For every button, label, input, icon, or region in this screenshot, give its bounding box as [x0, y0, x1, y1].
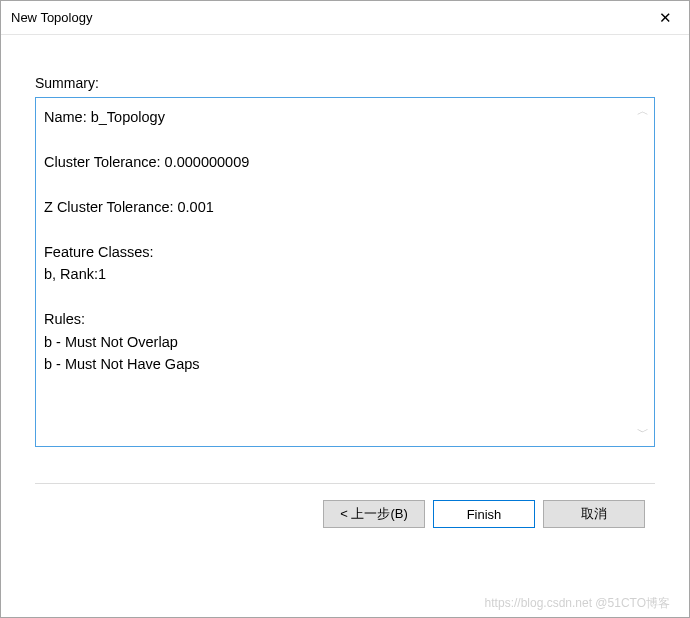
scroll-up-icon: ︿	[636, 102, 650, 121]
summary-label: Summary:	[35, 75, 655, 91]
summary-line-rules-header: Rules:	[44, 308, 642, 330]
close-icon: ✕	[659, 9, 672, 27]
summary-line-name: Name: b_Topology	[44, 106, 642, 128]
content-area: Summary: ︿ Name: b_Topology Cluster Tole…	[1, 35, 689, 617]
summary-line-rule-1: b - Must Not Overlap	[44, 331, 642, 353]
titlebar: New Topology ✕	[1, 1, 689, 35]
summary-line-feature-classes-header: Feature Classes:	[44, 241, 642, 263]
summary-line-z-cluster-tolerance: Z Cluster Tolerance: 0.001	[44, 196, 642, 218]
summary-line-feature-classes-item: b, Rank:1	[44, 263, 642, 285]
scroll-down-icon: ﹀	[636, 423, 650, 442]
finish-button[interactable]: Finish	[433, 500, 535, 528]
button-bar: < 上一步(B) Finish 取消	[35, 484, 655, 528]
back-button[interactable]: < 上一步(B)	[323, 500, 425, 528]
close-button[interactable]: ✕	[641, 1, 689, 34]
summary-textbox[interactable]: ︿ Name: b_Topology Cluster Tolerance: 0.…	[35, 97, 655, 447]
summary-line-cluster-tolerance: Cluster Tolerance: 0.000000009	[44, 151, 642, 173]
dialog-window: New Topology ✕ Summary: ︿ Name: b_Topolo…	[0, 0, 690, 618]
summary-line-rule-2: b - Must Not Have Gaps	[44, 353, 642, 375]
cancel-button[interactable]: 取消	[543, 500, 645, 528]
window-title: New Topology	[11, 10, 92, 25]
